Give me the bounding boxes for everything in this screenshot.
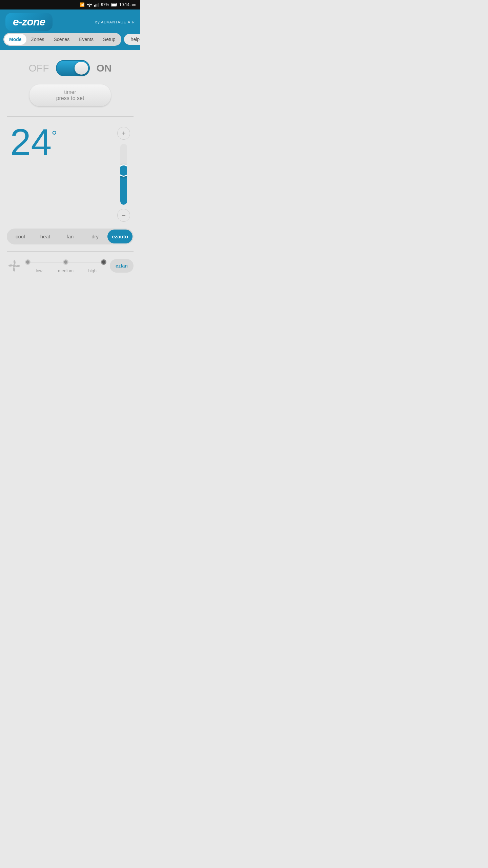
- svg-rect-6: [111, 4, 116, 6]
- fan-section: low medium high ezfan: [7, 251, 134, 277]
- mode-dry[interactable]: dry: [83, 230, 108, 243]
- wifi-icon: [87, 3, 92, 7]
- mode-cool[interactable]: cool: [8, 230, 33, 243]
- logo: e-zone: [5, 13, 53, 31]
- brand-text: by ADVANTAGE AIR: [95, 20, 135, 24]
- temp-increase-button[interactable]: +: [117, 127, 130, 140]
- fan-speed-labels: low medium high: [25, 268, 106, 273]
- logo-text: e-zone: [13, 16, 45, 28]
- temperature-value: 24 °: [10, 123, 114, 161]
- fan-label-high: high: [79, 268, 106, 273]
- svg-rect-3: [98, 3, 98, 7]
- timer-button[interactable]: timer press to set: [29, 84, 111, 106]
- tab-zones[interactable]: Zones: [26, 34, 49, 45]
- time: 10:14 am: [119, 2, 136, 7]
- svg-point-7: [13, 264, 16, 268]
- fan-speed-medium-dot[interactable]: [63, 259, 68, 265]
- timer-line2: press to set: [36, 95, 104, 101]
- status-bar: 📶 97% 10:14 am: [0, 0, 140, 9]
- plus-icon: +: [122, 130, 126, 137]
- temperature-slider: + −: [117, 123, 130, 222]
- tab-events[interactable]: Events: [74, 34, 98, 45]
- signal-icon: [94, 3, 99, 7]
- fan-label-medium: medium: [53, 268, 79, 273]
- slider-thumb: [120, 164, 127, 177]
- mode-selector: cool heat fan dry ezauto: [7, 229, 134, 244]
- fan-speed-selector: low medium high: [25, 259, 106, 273]
- divider-1: [7, 116, 134, 117]
- svg-rect-2: [97, 4, 97, 6]
- nav-pill: Mode Zones Scenes Events Setup: [3, 33, 121, 46]
- mode-heat[interactable]: heat: [33, 230, 58, 243]
- main-content: OFF ON timer press to set 24 ° +: [0, 50, 140, 283]
- help-button[interactable]: help: [124, 34, 140, 45]
- temp-degree-symbol: °: [52, 129, 57, 142]
- battery-icon: [111, 3, 117, 7]
- minus-icon: −: [122, 212, 126, 219]
- temperature-section: 24 ° + −: [7, 123, 134, 222]
- tab-setup[interactable]: Setup: [98, 34, 120, 45]
- slider-track[interactable]: [120, 144, 127, 205]
- timer-line1: timer: [36, 89, 104, 95]
- svg-rect-5: [117, 4, 117, 6]
- mode-ezauto[interactable]: ezauto: [107, 230, 133, 243]
- fan-speed-high-dot[interactable]: [101, 259, 106, 265]
- nav-tabs: Mode Zones Scenes Events Setup help: [0, 33, 140, 46]
- fan-label-low: low: [26, 268, 53, 273]
- off-label: OFF: [29, 62, 49, 74]
- ezfan-button[interactable]: ezfan: [110, 259, 134, 273]
- temp-number: 24: [10, 123, 52, 161]
- fan-dots-row: [25, 259, 106, 265]
- tab-scenes[interactable]: Scenes: [49, 34, 74, 45]
- svg-rect-0: [94, 5, 95, 6]
- tab-mode[interactable]: Mode: [4, 34, 26, 45]
- battery-text: 97%: [101, 2, 109, 7]
- header: e-zone by ADVANTAGE AIR Mode Zones Scene…: [0, 9, 140, 50]
- temperature-display: 24 °: [10, 123, 114, 161]
- power-toggle-section: OFF ON: [7, 60, 134, 76]
- fan-icon: [7, 258, 22, 273]
- svg-rect-1: [95, 4, 96, 6]
- mode-fan[interactable]: fan: [58, 230, 83, 243]
- on-label: ON: [97, 62, 112, 74]
- temp-decrease-button[interactable]: −: [117, 209, 130, 222]
- bluetooth-icon: 📶: [80, 2, 85, 7]
- power-toggle[interactable]: [56, 60, 90, 76]
- toggle-knob: [75, 62, 88, 75]
- fan-speed-low-dot[interactable]: [25, 259, 30, 265]
